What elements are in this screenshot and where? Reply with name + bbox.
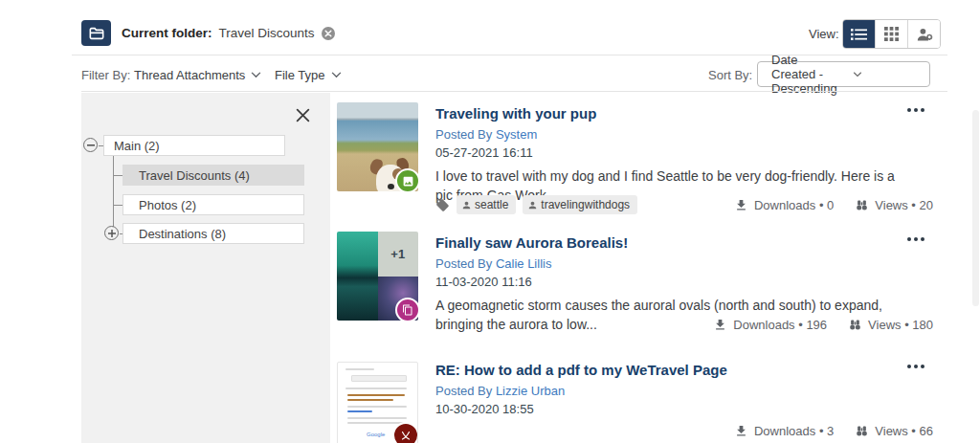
filter-thread-attachments[interactable]: Thread Attachments: [134, 68, 261, 82]
thumbnail-doc-art: [351, 375, 407, 382]
person-icon: [527, 200, 538, 210]
post-thumbnail[interactable]: [337, 102, 418, 191]
post-posted-by: Posted By System: [435, 127, 936, 142]
post-footer: Downloads • 196 Views • 180: [435, 318, 933, 332]
user-gear-icon: [916, 27, 933, 42]
tree-node-travel-discounts-label: Travel Discounts (4): [139, 168, 250, 183]
tag-chip-label: travelingwithdogs: [541, 198, 630, 211]
thumbnail-doc-art: [345, 388, 407, 389]
chevron-down-icon: [251, 72, 261, 78]
post-author-link[interactable]: Calie Lillis: [496, 256, 552, 271]
more-options-button[interactable]: [907, 365, 924, 368]
binoculars-icon: [848, 318, 862, 332]
collapse-main-button[interactable]: [83, 138, 98, 152]
filter-divider: [81, 91, 947, 92]
post-footer: seattle travelingwithdogs Downloads • 0: [435, 195, 933, 214]
views-stat: Views • 66: [855, 424, 933, 438]
download-icon: [713, 318, 727, 332]
downloads-text: Downloads • 196: [733, 318, 827, 332]
grid-view-button[interactable]: [875, 20, 907, 48]
downloads-stat: Downloads • 0: [734, 198, 834, 212]
tree-node-travel-discounts[interactable]: Travel Discounts (4): [122, 165, 304, 186]
post-date: 05-27-2021 16:11: [435, 145, 936, 160]
sort-select[interactable]: Date Created - Descending: [757, 61, 930, 87]
post-title[interactable]: Traveling with your pup: [435, 105, 936, 122]
post-author-link[interactable]: System: [496, 127, 537, 142]
downloads-stat: Downloads • 196: [713, 318, 827, 332]
post-item-1: Traveling with your pup Posted By System…: [337, 100, 936, 225]
sort-selected-value: Date Created - Descending: [771, 53, 839, 96]
more-options-icon: [907, 365, 911, 368]
views-stat: Views • 20: [855, 198, 933, 212]
sort-by-label: Sort By:: [708, 68, 752, 82]
more-options-icon: [907, 237, 911, 241]
post-item-2: +1 Finally saw Aurora Borealis! Posted B…: [337, 230, 936, 349]
more-images-count: +1: [390, 247, 405, 261]
close-panel-button[interactable]: [295, 107, 311, 123]
thumbnail-more-overlay: +1: [378, 232, 419, 277]
tree-node-photos-label: Photos (2): [139, 198, 196, 212]
post-posted-by: Posted By Calie Lillis: [435, 256, 936, 271]
tree-node-photos[interactable]: Photos (2): [122, 194, 304, 215]
downloads-text: Downloads • 0: [754, 198, 834, 212]
more-options-button[interactable]: [907, 108, 924, 112]
close-circle-icon: [324, 30, 332, 37]
tag-chip[interactable]: travelingwithdogs: [523, 195, 637, 214]
grid-view-icon: [884, 27, 899, 41]
person-icon: [461, 200, 472, 210]
folder-icon: [89, 27, 104, 40]
chevron-down-icon: [853, 72, 921, 78]
pdf-file-icon: [399, 429, 412, 442]
post-posted-by: Posted By Lizzie Urban: [435, 384, 936, 398]
post-footer: Downloads • 3 Views • 66: [435, 424, 933, 438]
post-thumbnail[interactable]: +1: [337, 232, 418, 321]
user-view-button[interactable]: [907, 20, 940, 48]
file-type-badge: [392, 422, 418, 443]
tag-chip[interactable]: seattle: [457, 195, 516, 214]
binoculars-icon: [855, 424, 869, 438]
views-text: Views • 180: [868, 318, 933, 332]
posted-by-label: Posted By: [435, 384, 492, 398]
folder-button[interactable]: [81, 20, 111, 46]
download-icon: [734, 198, 748, 212]
tree-connector-child2: [113, 205, 122, 206]
more-options-button[interactable]: [907, 237, 924, 241]
more-options-icon: [914, 365, 918, 368]
post-item-3: Google RE: How to add a pdf to my WeTrav…: [337, 357, 936, 443]
tree-node-destinations[interactable]: Destinations (8): [122, 223, 304, 244]
binoculars-icon: [855, 198, 869, 212]
expand-destinations-button[interactable]: [104, 226, 119, 240]
thumbnail-dog-art: [388, 184, 394, 189]
post-title[interactable]: RE: How to add a pdf to my WeTravel Page: [435, 362, 936, 378]
posted-by-label: Posted By: [435, 127, 492, 142]
thumbnail-doc-art: [347, 394, 405, 396]
tree-node-destinations-label: Destinations (8): [139, 227, 226, 241]
thumbnail-doc-art: [347, 406, 407, 408]
download-icon: [734, 424, 748, 438]
thumbnail-doc-art: [347, 422, 403, 424]
post-thumbnail[interactable]: Google: [337, 362, 418, 443]
filter-file-type-label: File Type: [275, 68, 325, 82]
list-view-button[interactable]: [843, 20, 875, 48]
tree-connector-vertical: [113, 156, 114, 233]
post-title[interactable]: Finally saw Aurora Borealis!: [435, 234, 936, 251]
chevron-down-icon: [331, 72, 342, 78]
scrollbar[interactable]: [972, 110, 979, 306]
downloads-text: Downloads • 3: [754, 424, 834, 438]
thumbnail-doc-art: [345, 368, 374, 370]
tree-node-main[interactable]: Main (2): [103, 135, 285, 156]
post-date: 10-30-2020 18:55: [435, 402, 936, 416]
tree-node-main-label: Main (2): [114, 139, 160, 153]
filter-file-type[interactable]: File Type: [275, 68, 342, 82]
more-options-icon: [914, 108, 918, 112]
clear-current-folder-button[interactable]: [322, 27, 335, 40]
views-stat: Views • 180: [848, 318, 933, 332]
tag-chip-label: seattle: [475, 198, 508, 211]
views-text: Views • 66: [875, 424, 933, 438]
post-author-link[interactable]: Lizzie Urban: [496, 384, 565, 398]
current-folder-name: Travel Discounts: [219, 26, 315, 40]
more-options-icon: [914, 237, 918, 241]
file-type-badge: [395, 298, 418, 321]
close-icon: [295, 107, 311, 123]
current-folder-label: Current folder:: [122, 26, 212, 40]
